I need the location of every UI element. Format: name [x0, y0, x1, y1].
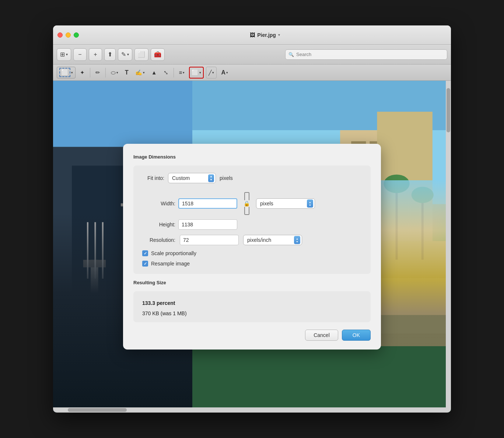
titlebar: 🖼 Pier.jpg ▾ — [53, 25, 451, 45]
scale-proportionally-checkbox[interactable]: ✓ — [142, 250, 148, 256]
fit-into-row: Fit into: Custom ▲ ▼ pixels — [142, 173, 362, 183]
toolbar-separator-3 — [174, 68, 174, 77]
scale-proportionally-row: ✓ Scale proportionally — [142, 250, 362, 256]
shape-button[interactable]: ⬜ — [134, 48, 148, 61]
modal-overlay: Image Dimensions Fit into: Custom ▲ ▼ pi… — [53, 81, 451, 413]
zoom-out-button[interactable]: − — [73, 48, 87, 61]
font-icon: A — [221, 69, 225, 76]
resample-image-label: Resample image — [151, 261, 190, 267]
minimize-button[interactable] — [66, 32, 71, 38]
resulting-size-title: Resulting Size — [133, 280, 371, 285]
markup-button[interactable]: ✎ ▾ — [118, 48, 132, 61]
toolbar-separator-2 — [105, 68, 106, 77]
dialog-footer: Cancel OK — [133, 330, 371, 341]
height-input[interactable] — [178, 219, 237, 230]
fit-into-value: Custom — [172, 175, 208, 181]
share-icon: ⬆ — [108, 51, 112, 58]
crop-button[interactable]: ⤡ — [161, 67, 171, 79]
resulting-size-card: 133.3 percent 370 KB (was 1 MB) — [133, 291, 371, 322]
signature-button[interactable]: ✍ ▾ — [133, 67, 147, 79]
drawing-toolbar: ⬜ ▾ ✦ ✏ ⬭ ▾ T ✍ ▾ ▲ ⤡ ≡ ▾ — [53, 65, 451, 81]
title-chevron-icon[interactable]: ▾ — [278, 33, 280, 37]
pixels-unit-arrows-icon: ▲ ▼ — [307, 199, 313, 208]
rect-border-icon: ⬜ — [192, 69, 199, 76]
text-icon: T — [125, 69, 129, 76]
selection-chevron-icon: ▾ — [71, 71, 73, 74]
resolution-unit-select[interactable]: pixels/inch ▲ ▼ — [243, 235, 302, 245]
selection-tool-button[interactable]: ⬜ ▾ — [57, 67, 76, 79]
pixels-unit-select[interactable]: pixels ▲ ▼ — [256, 198, 315, 209]
list-icon: ≡ — [179, 69, 182, 76]
search-input[interactable] — [296, 52, 444, 57]
signature-chevron-icon: ▾ — [143, 71, 145, 74]
line-color-icon: ╱ — [209, 70, 211, 76]
search-icon: 🔍 — [288, 52, 294, 57]
rect-chevron-icon: ▾ — [199, 71, 201, 74]
scale-proportionally-label: Scale proportionally — [151, 250, 196, 256]
signature-icon: ✍ — [135, 69, 142, 76]
height-label: Height: — [142, 222, 175, 227]
width-input[interactable] — [178, 198, 237, 209]
line-color-button[interactable]: ╱ ▾ — [206, 67, 217, 79]
image-dimensions-dialog: Image Dimensions Fit into: Custom ▲ ▼ pi… — [123, 144, 381, 350]
magic-wand-icon: ✦ — [80, 69, 85, 76]
zoom-in-button[interactable]: + — [89, 48, 102, 61]
resolution-input[interactable] — [180, 235, 239, 245]
line-color-chevron-icon: ▾ — [212, 71, 214, 74]
resolution-unit-value: pixels/inch — [247, 237, 293, 243]
share-button[interactable]: ⬆ — [104, 48, 116, 61]
markup-pen-icon: ✎ — [121, 51, 126, 58]
file-icon: 🖼 — [250, 32, 255, 38]
font-chevron-icon: ▾ — [226, 71, 228, 74]
magic-wand-button[interactable]: ✦ — [78, 67, 87, 79]
close-button[interactable] — [57, 32, 63, 38]
toolbox-icon: 🧰 — [154, 51, 161, 58]
titlebar-center: 🖼 Pier.jpg ▾ — [83, 32, 447, 38]
toolbar-separator-1 — [90, 68, 90, 77]
search-box[interactable]: 🔍 — [285, 49, 447, 60]
crop-icon: ⤡ — [164, 69, 168, 76]
result-percent: 133.3 percent — [142, 300, 362, 306]
width-label: Width: — [142, 201, 175, 206]
resolution-unit-arrows-icon: ▲ ▼ — [294, 236, 300, 244]
shapes-icon: ⬭ — [111, 69, 116, 76]
zoom-in-icon: + — [94, 51, 97, 58]
sidebar-toggle-button[interactable]: ⊞ ▾ — [57, 48, 71, 61]
adjust-button[interactable]: ▲ — [149, 67, 159, 79]
sidebar-icon: ⊞ — [60, 51, 65, 58]
image-dimensions-card: Fit into: Custom ▲ ▼ pixels — [133, 166, 371, 274]
pen-tool-button[interactable]: ✏ — [93, 67, 102, 79]
image-dimensions-title: Image Dimensions — [133, 154, 371, 160]
result-size: 370 KB (was 1 MB) — [142, 310, 362, 316]
content-area: Image Dimensions Fit into: Custom ▲ ▼ pi… — [53, 81, 451, 413]
pen-icon: ✏ — [95, 69, 100, 76]
fit-into-unit-label: pixels — [220, 175, 233, 181]
font-button[interactable]: A ▾ — [219, 67, 230, 79]
main-window: 🖼 Pier.jpg ▾ ⊞ ▾ − + ⬆ ✎ ▾ ⬜ 🧰 🔍 — [53, 25, 451, 413]
resample-image-checkbox[interactable]: ✓ — [142, 261, 148, 267]
fit-into-select[interactable]: Custom ▲ ▼ — [168, 173, 216, 183]
sidebar-chevron-icon: ▾ — [66, 52, 68, 56]
window-title: Pier.jpg — [257, 32, 276, 38]
maximize-button[interactable] — [74, 32, 79, 38]
text-button[interactable]: T — [123, 67, 131, 79]
toolbox-button[interactable]: 🧰 — [151, 48, 165, 61]
checkmark-icon: ✓ — [144, 251, 147, 256]
adjust-icon: ▲ — [151, 69, 157, 76]
lock-icon: 🔒 — [243, 200, 250, 207]
shapes-chevron-icon: ▾ — [116, 71, 118, 74]
traffic-lights — [57, 32, 79, 38]
cancel-button[interactable]: Cancel — [305, 330, 338, 341]
resolution-label: Resolution: — [142, 237, 175, 243]
list-button[interactable]: ≡ ▾ — [177, 67, 187, 79]
shapes-button[interactable]: ⬭ ▾ — [109, 67, 120, 79]
rect-border-button[interactable]: ⬜ ▾ — [189, 67, 204, 79]
shape-icon: ⬜ — [138, 51, 145, 58]
main-toolbar: ⊞ ▾ − + ⬆ ✎ ▾ ⬜ 🧰 🔍 — [53, 45, 451, 65]
ok-button[interactable]: OK — [342, 330, 371, 341]
list-chevron-icon: ▾ — [183, 71, 185, 74]
markup-chevron-icon: ▾ — [127, 52, 129, 56]
resample-checkmark-icon: ✓ — [144, 261, 147, 266]
selection-rect-icon: ⬜ — [59, 68, 70, 77]
resample-image-row: ✓ Resample image — [142, 261, 362, 267]
